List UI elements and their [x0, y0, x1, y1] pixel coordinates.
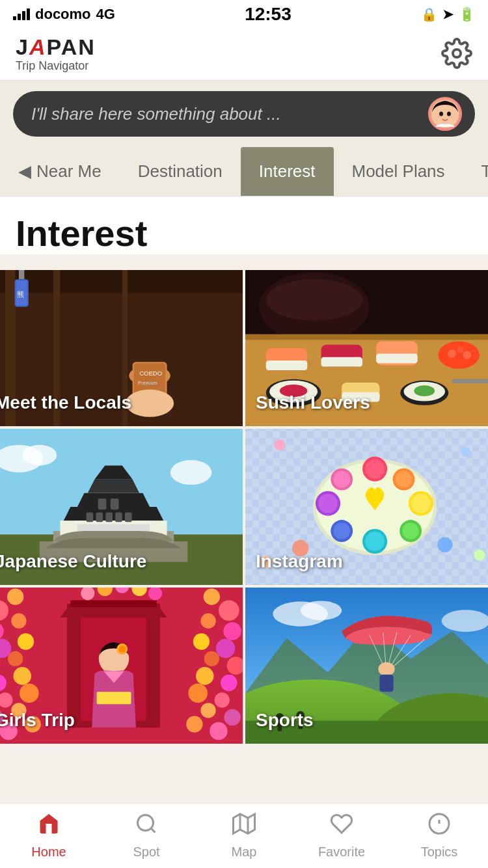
svg-point-111: [13, 667, 31, 685]
grid-item-meet-locals[interactable]: 熊 COEDO Premium Meet the Locals: [0, 270, 243, 426]
svg-point-0: [453, 49, 461, 57]
svg-point-127: [196, 667, 214, 685]
svg-point-122: [216, 639, 236, 658]
bottom-nav-map[interactable]: Map: [195, 807, 293, 865]
svg-point-121: [200, 614, 215, 629]
grid-label-girls-trip: Girls Trip: [0, 710, 75, 731]
settings-button[interactable]: [441, 38, 472, 72]
app-logo: JAPAN Trip Navigator: [16, 36, 96, 73]
lock-icon: 🔒: [421, 7, 437, 22]
svg-point-68: [170, 460, 212, 485]
bottom-nav-favorite[interactable]: Favorite: [293, 807, 390, 865]
grid-label-japanese-culture: Japanese Culture: [0, 551, 146, 572]
carrier-name: docomo: [35, 6, 91, 23]
svg-point-80: [411, 494, 431, 513]
svg-rect-61: [96, 512, 103, 522]
status-time: 12:53: [245, 4, 291, 25]
grid-item-girls-trip[interactable]: Girls Trip: [0, 588, 243, 744]
svg-marker-52: [88, 480, 139, 493]
svg-point-119: [204, 588, 220, 604]
app-header: JAPAN Trip Navigator: [0, 29, 488, 81]
svg-point-131: [200, 703, 215, 718]
svg-rect-58: [98, 498, 107, 509]
svg-text:熊: 熊: [17, 290, 24, 298]
svg-line-163: [151, 828, 156, 833]
tab-interest-label: Interest: [259, 161, 316, 182]
svg-point-84: [365, 532, 385, 551]
carrier-info: docomo 4G: [13, 6, 115, 23]
svg-point-78: [396, 471, 412, 487]
near-me-icon: ◀: [18, 161, 31, 182]
grid-item-japanese-culture[interactable]: Japanese Culture: [0, 429, 243, 585]
svg-point-94: [474, 550, 485, 561]
svg-point-6: [449, 115, 454, 118]
svg-rect-22: [129, 393, 170, 414]
svg-point-37: [463, 351, 472, 359]
avatar: [428, 97, 462, 131]
svg-text:COEDO: COEDO: [139, 370, 162, 377]
svg-point-120: [223, 622, 241, 640]
search-bar[interactable]: I'll share here something about ...: [13, 91, 475, 137]
svg-point-160: [301, 601, 342, 620]
svg-rect-29: [266, 360, 308, 370]
svg-point-34: [438, 341, 480, 368]
tab-destination[interactable]: Destination: [120, 147, 241, 196]
svg-rect-59: [111, 498, 119, 509]
nav-tabs: ◀ Near Me Destination Interest Model Pla…: [0, 147, 488, 197]
svg-rect-60: [87, 512, 94, 522]
grid-item-instagram[interactable]: Instagram: [245, 429, 488, 585]
logo-subtitle: Trip Navigator: [16, 59, 96, 73]
svg-point-133: [186, 716, 202, 732]
svg-rect-101: [70, 600, 156, 607]
svg-rect-12: [19, 270, 24, 279]
svg-point-129: [188, 684, 208, 703]
svg-rect-31: [321, 357, 362, 367]
bottom-nav-topics[interactable]: Topics: [390, 807, 488, 865]
topics-label: Topics: [421, 845, 458, 860]
svg-point-132: [210, 722, 228, 740]
svg-point-45: [414, 385, 435, 396]
svg-rect-33: [376, 353, 418, 363]
content-area: Interest: [0, 197, 488, 254]
svg-point-126: [221, 675, 237, 691]
svg-point-162: [138, 815, 154, 831]
tab-tour[interactable]: Tour &: [463, 147, 488, 196]
svg-point-25: [266, 279, 362, 321]
svg-rect-27: [245, 334, 488, 340]
svg-point-125: [204, 651, 219, 666]
bottom-nav-spot[interactable]: Spot: [98, 807, 195, 865]
tab-model-plans[interactable]: Model Plans: [334, 147, 463, 196]
svg-point-36: [457, 346, 464, 353]
map-icon: [232, 812, 256, 841]
location-icon: ➤: [442, 7, 454, 22]
svg-point-153: [378, 662, 394, 676]
svg-marker-164: [234, 814, 255, 834]
status-icons: 🔒 ➤ 🔋: [421, 7, 475, 22]
home-label: Home: [31, 845, 66, 860]
favorite-icon: [330, 812, 353, 841]
svg-point-76: [365, 459, 385, 479]
svg-point-141: [118, 645, 126, 653]
bottom-nav-home[interactable]: Home: [0, 807, 98, 865]
tab-near-me[interactable]: ◀ Near Me: [0, 147, 120, 196]
svg-point-123: [193, 633, 210, 649]
svg-point-5: [436, 115, 441, 118]
grid-item-sports[interactable]: Sports: [245, 588, 488, 744]
grid-item-sushi-lovers[interactable]: Sushi Lovers: [245, 270, 488, 426]
tab-interest[interactable]: Interest: [241, 147, 334, 196]
search-placeholder: I'll share here something about ...: [31, 104, 418, 124]
topics-icon: [427, 812, 451, 841]
svg-rect-62: [105, 512, 113, 522]
svg-point-35: [448, 349, 456, 358]
tab-destination-label: Destination: [138, 161, 223, 182]
svg-rect-142: [97, 692, 131, 704]
logo-japan: JAPAN: [16, 36, 96, 58]
tab-near-me-label: Near Me: [36, 161, 102, 182]
svg-rect-63: [115, 512, 122, 522]
svg-point-88: [318, 494, 338, 513]
svg-point-118: [219, 600, 239, 621]
svg-point-109: [8, 651, 23, 666]
svg-point-92: [461, 447, 470, 457]
map-label: Map: [232, 845, 257, 860]
grid-label-meet-locals: Meet the Locals: [0, 392, 131, 413]
